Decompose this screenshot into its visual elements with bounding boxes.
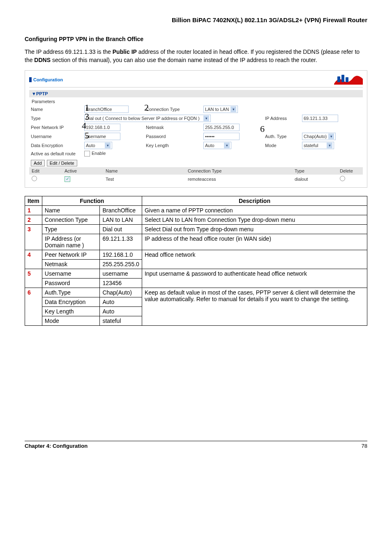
username-input[interactable]: username [84, 133, 120, 140]
step-5-overlay: 5 [85, 130, 89, 141]
desc-name: Given a name of PPTP connection [142, 206, 367, 215]
val-name: BranchOffice [100, 206, 142, 215]
key-length-select[interactable]: Auto▾ [203, 142, 231, 149]
step-4-overlay: 4 [82, 120, 86, 131]
fn-netmask: Netmask [42, 260, 100, 269]
intro-post: section of this manual), you can also us… [51, 57, 317, 63]
mode-label: Mode [265, 143, 302, 148]
edit-radio[interactable] [32, 176, 37, 181]
val-ip: 69.121.1.33 [100, 234, 142, 250]
th-active: Active [65, 168, 106, 173]
val-keylen: Auto [100, 307, 142, 316]
td-type: dialout [295, 177, 340, 182]
fn-type: Type [42, 225, 100, 234]
desc-type: Select Dial out from Type drop-down menu [142, 225, 367, 234]
ip-address-input[interactable]: 69.121.1.33 [302, 115, 338, 122]
th-item: Item [25, 196, 42, 206]
mode-select[interactable]: stateful▾ [302, 142, 334, 149]
conn-type-label: Connection Type [146, 107, 203, 112]
data-enc-value: Auto [86, 143, 95, 148]
peer-net-input[interactable]: 192.168.1.0 [84, 124, 120, 131]
enable-checkbox[interactable] [84, 151, 90, 157]
conn-type-select[interactable]: LAN to LAN▾ [203, 106, 238, 113]
val-conn-type: LAN to LAN [100, 215, 142, 225]
desc-6: Keep as default value in most of the cas… [142, 288, 367, 326]
fn-name: Name [42, 206, 100, 215]
val-type: Dial out [100, 225, 142, 234]
step-6-overlay: 6 [260, 124, 265, 134]
active-checkbox[interactable]: ✓ [65, 176, 70, 182]
auth-type-select[interactable]: Chap(Auto)▾ [302, 133, 336, 140]
password-label: Password [146, 134, 203, 139]
data-enc-label: Data Encryption [31, 143, 84, 148]
th-description: Description [142, 196, 367, 206]
th-delete: Delete [340, 168, 364, 173]
fn-enc: Data Encryption [42, 297, 100, 307]
val-user: username [100, 269, 142, 279]
item-4: 4 [25, 250, 42, 269]
th-conn-type: Connection Type [188, 168, 295, 173]
chevron-down-icon: ▾ [328, 134, 334, 139]
desc-ip: IP address of the head office router (in… [142, 234, 367, 250]
ip-address-label: IP Address [265, 116, 302, 121]
auth-type-label: Auth. Type [265, 134, 302, 139]
delete-radio[interactable] [340, 176, 345, 181]
chevron-down-icon: ▾ [203, 115, 209, 121]
password-input[interactable]: •••••• [203, 133, 240, 140]
fn-user: Username [42, 269, 100, 279]
pptp-section-header[interactable]: ▼PPTP [29, 90, 363, 97]
netmask-label: Netmask [146, 125, 203, 130]
data-enc-select[interactable]: Auto▾ [84, 142, 112, 149]
fn-conn-type: Connection Type [42, 215, 100, 225]
brand-logo-icon [334, 75, 363, 85]
chevron-down-icon: ▾ [224, 143, 230, 148]
desc-conn-type: Select LAN to LAN from Connection Type d… [142, 215, 367, 225]
add-button[interactable]: Add [31, 160, 45, 166]
key-length-value: Auto [205, 143, 214, 148]
name-input[interactable]: BranchOffice [84, 106, 129, 113]
form-grid: Name BranchOffice Connection Type LAN to… [29, 106, 363, 159]
active-default-label: Active as default route [31, 151, 84, 156]
netmask-input[interactable]: 255.255.255.0 [203, 124, 240, 131]
edit-delete-button[interactable]: Edit / Delete [47, 160, 77, 166]
th-function: Function [42, 196, 142, 206]
footer-page-number: 78 [362, 443, 367, 449]
item-5: 5 [25, 269, 42, 288]
reference-table: Item Function Description 1 Name BranchO… [25, 196, 367, 326]
key-length-label: Key Length [146, 143, 203, 148]
intro-bold1: Public IP [113, 48, 137, 55]
type-value: Dial out ( Connect to below Server IP ad… [86, 116, 200, 121]
conn-type-value: LAN to LAN [205, 107, 229, 112]
connections-table-header: Edit Active Name Connection Type Type De… [29, 167, 363, 175]
type-label: Type [31, 116, 84, 121]
desc-peer: Head office network [142, 250, 367, 269]
table-row: ✓ Test remoteaccess dialout [29, 175, 363, 183]
footer-chapter: Chapter 4: Configuration [25, 443, 88, 449]
type-select[interactable]: Dial out ( Connect to below Server IP ad… [84, 115, 211, 122]
fn-keylen: Key Length [42, 307, 100, 316]
fn-peer: Peer Network IP [42, 250, 100, 260]
svg-rect-0 [337, 76, 340, 82]
item-6: 6 [25, 288, 42, 326]
peer-net-label: Peer Network IP [31, 125, 84, 130]
item-3: 3 [25, 225, 42, 250]
intro-pre: The IP address 69.121.1.33 is the [25, 48, 113, 55]
page-header: Billion BiPAC 7402NX(L) 802.11n 3G/ADSL2… [25, 16, 367, 23]
button-row: Add Edit / Delete [29, 159, 363, 167]
step-2-overlay: 2 [144, 102, 149, 113]
config-title: Configuration [29, 77, 63, 82]
fn-ip: IP Address (or Domain name ) [42, 234, 100, 250]
page-footer: Chapter 4: Configuration 78 [25, 441, 367, 449]
td-name: Test [106, 177, 188, 182]
svg-rect-2 [346, 77, 348, 82]
val-netmask: 255.255.255.0 [100, 260, 142, 269]
item-1: 1 [25, 206, 42, 215]
th-edit: Edit [32, 168, 65, 173]
val-pass: 123456 [100, 279, 142, 288]
mode-value: stateful [304, 143, 318, 148]
val-enc: Auto [100, 297, 142, 307]
val-mode: stateful [100, 316, 142, 326]
enable-label: Enable [92, 151, 106, 156]
fn-auth: Auth.Type [42, 288, 100, 297]
item-2: 2 [25, 215, 42, 225]
